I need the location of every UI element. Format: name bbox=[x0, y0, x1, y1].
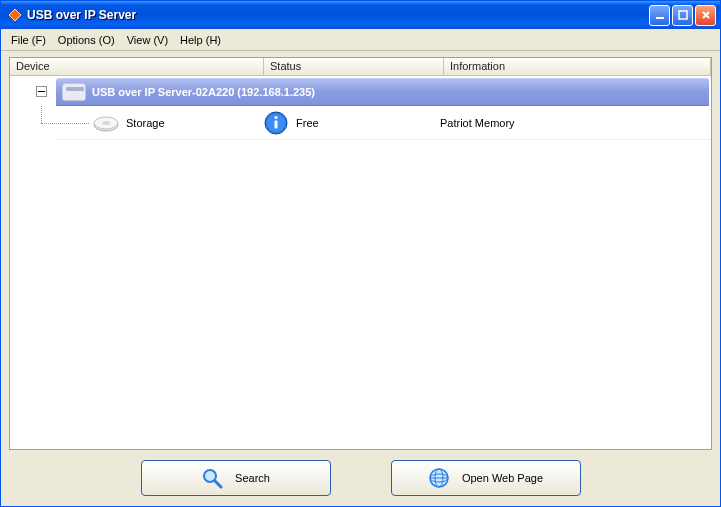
client-area: Device Status Information USB over IP Se… bbox=[1, 51, 720, 506]
tree-collapse-button[interactable] bbox=[36, 86, 47, 97]
tree-line bbox=[41, 106, 42, 123]
menu-help[interactable]: Help (H) bbox=[174, 32, 227, 48]
minimize-button[interactable] bbox=[649, 5, 670, 26]
button-bar: Search Open Web Page bbox=[9, 450, 712, 498]
maximize-button[interactable] bbox=[672, 5, 693, 26]
device-listview: Device Status Information USB over IP Se… bbox=[9, 57, 712, 450]
globe-icon bbox=[428, 467, 450, 489]
menu-file[interactable]: File (F) bbox=[5, 32, 52, 48]
device-name: Storage bbox=[126, 117, 264, 129]
svg-point-10 bbox=[274, 115, 277, 118]
open-web-page-button-label: Open Web Page bbox=[462, 472, 543, 484]
search-icon bbox=[201, 467, 223, 489]
menu-options[interactable]: Options (O) bbox=[52, 32, 121, 48]
column-header-information[interactable]: Information bbox=[444, 58, 711, 75]
device-row[interactable]: Storage Free Patriot Memory bbox=[56, 106, 711, 140]
device-information: Patriot Memory bbox=[440, 117, 711, 129]
column-header-status[interactable]: Status bbox=[264, 58, 444, 75]
search-button-label: Search bbox=[235, 472, 270, 484]
titlebar: USB over IP Server bbox=[1, 1, 720, 29]
menu-view[interactable]: View (V) bbox=[121, 32, 174, 48]
server-row[interactable]: USB over IP Server-02A220 (192.168.1.235… bbox=[56, 78, 709, 106]
window-controls bbox=[649, 5, 716, 26]
list-body: USB over IP Server-02A220 (192.168.1.235… bbox=[10, 76, 711, 449]
tree-line bbox=[41, 123, 89, 124]
svg-rect-2 bbox=[679, 11, 687, 19]
svg-point-7 bbox=[102, 121, 110, 125]
search-button[interactable]: Search bbox=[141, 460, 331, 496]
minus-icon bbox=[38, 91, 45, 92]
column-header-device[interactable]: Device bbox=[10, 58, 264, 75]
menubar: File (F) Options (O) View (V) Help (H) bbox=[1, 29, 720, 51]
app-icon bbox=[7, 7, 23, 23]
app-window: USB over IP Server File (F) Options (O) … bbox=[0, 0, 721, 507]
storage-icon bbox=[92, 113, 120, 133]
list-header: Device Status Information bbox=[10, 58, 711, 76]
info-icon bbox=[264, 111, 288, 135]
server-label: USB over IP Server-02A220 (192.168.1.235… bbox=[92, 86, 315, 98]
close-button[interactable] bbox=[695, 5, 716, 26]
device-status: Free bbox=[296, 117, 440, 129]
svg-rect-1 bbox=[656, 17, 664, 19]
svg-marker-0 bbox=[9, 9, 21, 21]
open-web-page-button[interactable]: Open Web Page bbox=[391, 460, 581, 496]
server-icon bbox=[62, 83, 86, 101]
window-title: USB over IP Server bbox=[27, 8, 649, 22]
svg-line-13 bbox=[215, 481, 221, 487]
svg-rect-11 bbox=[275, 120, 278, 128]
